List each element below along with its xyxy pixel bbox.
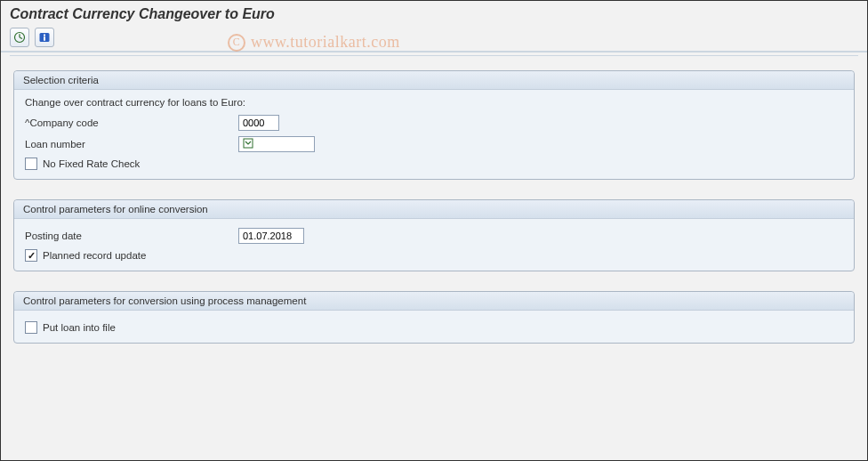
groupbox-process-management: Control parameters for conversion using … [13, 291, 855, 344]
groupbox-online-conversion: Control parameters for online conversion… [13, 199, 855, 271]
loan-number-input[interactable] [238, 136, 315, 152]
info-button[interactable] [35, 28, 54, 47]
svg-line-2 [20, 37, 22, 39]
planned-record-update-label: Planned record update [43, 250, 146, 261]
put-loan-into-file-checkbox[interactable] [25, 321, 37, 334]
groupbox-selection-criteria: Selection criteria Change over contract … [13, 70, 855, 180]
execute-button[interactable] [10, 28, 29, 47]
company-code-label: ^Company code [25, 117, 238, 128]
svg-rect-4 [44, 35, 45, 36]
info-icon [38, 31, 51, 44]
loan-number-label: Loan number [25, 139, 238, 150]
page-title: Contract Currency Changeover to Euro [1, 1, 867, 24]
put-loan-into-file-label: Put loan into file [43, 322, 116, 333]
svg-rect-6 [244, 139, 253, 148]
toolbar [1, 24, 867, 53]
posting-date-input[interactable] [238, 228, 304, 244]
groupbox-header: Control parameters for online conversion [14, 200, 854, 219]
divider [10, 55, 858, 56]
svg-rect-5 [44, 36, 45, 41]
search-help-icon [243, 138, 253, 149]
posting-date-label: Posting date [25, 230, 238, 241]
groupbox-header: Selection criteria [14, 71, 854, 90]
no-fixed-rate-checkbox[interactable] [25, 158, 37, 170]
company-code-input[interactable] [238, 115, 279, 131]
subtitle-text: Change over contract currency for loans … [25, 97, 843, 108]
clock-execute-icon [13, 31, 26, 44]
planned-record-update-checkbox[interactable] [25, 249, 37, 262]
no-fixed-rate-label: No Fixed Rate Check [43, 158, 140, 169]
groupbox-header: Control parameters for conversion using … [14, 292, 854, 311]
content-area: Selection criteria Change over contract … [1, 61, 867, 372]
